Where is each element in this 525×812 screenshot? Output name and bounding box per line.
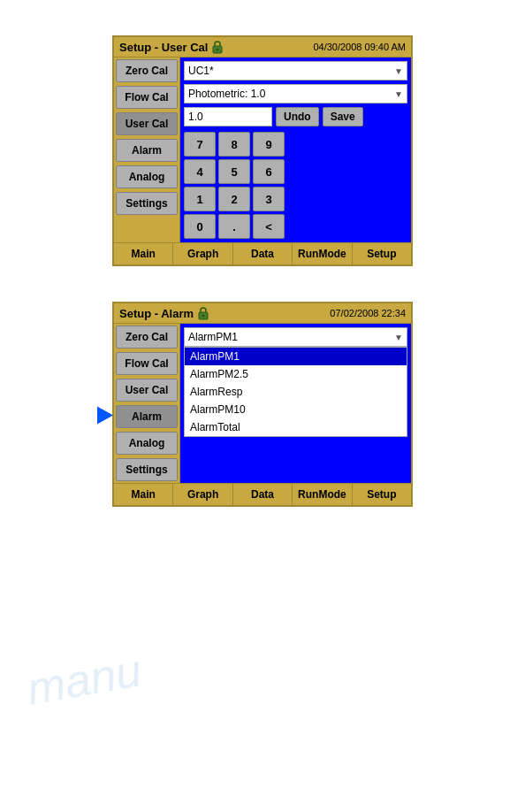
- watermark: manu: [23, 643, 146, 716]
- screen2-dropdown-item-2[interactable]: AlarmResp: [185, 383, 407, 401]
- num-backspace[interactable]: <: [253, 214, 285, 239]
- screen2-alarm-select[interactable]: AlarmPM1 ▼: [184, 327, 407, 347]
- nav-data[interactable]: Data: [233, 243, 293, 264]
- screen1-panel: Setup - User Cal 04/30/2008 09:40 AM Zer…: [112, 35, 413, 266]
- screen1-zero-cal-row: UC1* ▼: [184, 61, 407, 80]
- screen2-nav-bar: Main Graph Data RunMode Setup: [114, 483, 411, 505]
- screen1-flow-cal-select[interactable]: Photometric: 1.0 ▼: [184, 84, 407, 103]
- num-dot[interactable]: .: [218, 214, 250, 239]
- num-8[interactable]: 8: [218, 132, 250, 157]
- screen2-dropdown-item-1[interactable]: AlarmPM2.5: [185, 365, 407, 383]
- save-button[interactable]: Save: [323, 107, 363, 126]
- screen1-body: Zero Cal Flow Cal User Cal Alarm Analog …: [114, 57, 411, 242]
- sidebar-btn-analog[interactable]: Analog: [116, 165, 178, 188]
- screen1-user-cal-row: 1.0 Undo Save: [184, 107, 407, 126]
- screen2-panel: Setup - Alarm 07/02/2008 22:34 Zero Cal …: [112, 302, 413, 507]
- nav-main[interactable]: Main: [114, 243, 173, 264]
- screen2-dropdown-item-0[interactable]: AlarmPM1: [185, 348, 407, 365]
- screen2-body: Zero Cal Flow Cal User Cal Alarm Analog …: [114, 324, 411, 483]
- screen2-lock-icon: [197, 306, 209, 320]
- sidebar-btn-settings[interactable]: Settings: [116, 192, 178, 215]
- screen2-alarm-arrow: ▼: [394, 333, 403, 342]
- num-1[interactable]: 1: [184, 187, 216, 211]
- s2-sidebar-btn-analog[interactable]: Analog: [116, 432, 178, 455]
- screen1-zero-cal-value: UC1*: [188, 65, 214, 77]
- screen2-main: AlarmPM1 ▼ AlarmPM1 AlarmPM2.5 AlarmResp…: [180, 324, 411, 483]
- screen2-dropdown-item-3[interactable]: AlarmPM10: [185, 401, 407, 418]
- screen2-title-bar: Setup - Alarm 07/02/2008 22:34: [114, 303, 411, 324]
- screen2-title-text: Setup - Alarm: [119, 307, 194, 320]
- screen2-alarm-dropdown-list[interactable]: AlarmPM1 AlarmPM2.5 AlarmResp AlarmPM10 …: [184, 347, 407, 437]
- s2-nav-data[interactable]: Data: [233, 484, 293, 505]
- screen1-flow-cal-value: Photometric: 1.0: [188, 88, 265, 100]
- screen2-datetime: 07/02/2008 22:34: [330, 308, 406, 318]
- screen2-alarm-dropdown-container: AlarmPM1 ▼ AlarmPM1 AlarmPM2.5 AlarmResp…: [184, 327, 407, 437]
- screen1-title-bar: Setup - User Cal 04/30/2008 09:40 AM: [114, 37, 411, 57]
- num-3[interactable]: 3: [253, 187, 285, 211]
- s2-sidebar-btn-alarm[interactable]: Alarm: [116, 405, 178, 428]
- screen1-title-left: Setup - User Cal: [119, 40, 224, 54]
- screen2-dropdown-item-4[interactable]: AlarmTotal: [185, 418, 407, 436]
- screen1-zero-cal-arrow: ▼: [394, 66, 403, 76]
- screen1-flow-cal-row: Photometric: 1.0 ▼: [184, 84, 407, 103]
- sidebar-btn-zero-cal[interactable]: Zero Cal: [116, 59, 178, 82]
- s2-nav-main[interactable]: Main: [114, 484, 173, 505]
- screen2-sidebar: Zero Cal Flow Cal User Cal Alarm Analog …: [114, 324, 180, 483]
- screen1-zero-cal-select[interactable]: UC1* ▼: [184, 61, 407, 80]
- s2-nav-setup[interactable]: Setup: [353, 484, 411, 505]
- s2-sidebar-btn-zero-cal[interactable]: Zero Cal: [116, 326, 178, 349]
- nav-setup[interactable]: Setup: [353, 243, 411, 264]
- screen1-nav-bar: Main Graph Data RunMode Setup: [114, 242, 411, 264]
- num-0[interactable]: 0: [184, 214, 216, 239]
- nav-runmode[interactable]: RunMode: [293, 243, 352, 264]
- screen2-alarm-dropdown-row: AlarmPM1 ▼ AlarmPM1 AlarmPM2.5 AlarmResp…: [184, 327, 407, 437]
- svg-point-3: [202, 315, 205, 318]
- screen1-title-text: Setup - User Cal: [119, 41, 208, 54]
- s2-nav-runmode[interactable]: RunMode: [293, 484, 352, 505]
- num-9[interactable]: 9: [253, 132, 285, 157]
- alarm-arrow-indicator: [97, 407, 113, 427]
- nav-graph[interactable]: Graph: [173, 243, 232, 264]
- sidebar-btn-alarm[interactable]: Alarm: [116, 139, 178, 162]
- num-5[interactable]: 5: [218, 159, 250, 184]
- screen1-user-cal-input[interactable]: 1.0: [184, 107, 272, 126]
- lock-icon: [211, 40, 224, 54]
- screen2-alarm-selected: AlarmPM1: [188, 331, 238, 343]
- s2-sidebar-btn-flow-cal[interactable]: Flow Cal: [116, 352, 178, 375]
- num-4[interactable]: 4: [184, 159, 216, 184]
- screen2-title-left: Setup - Alarm: [119, 306, 209, 320]
- num-2[interactable]: 2: [218, 187, 250, 211]
- sidebar-btn-user-cal[interactable]: User Cal: [116, 112, 178, 135]
- svg-point-1: [217, 49, 219, 51]
- screen1-datetime: 04/30/2008 09:40 AM: [313, 42, 406, 52]
- app-container: Setup - User Cal 04/30/2008 09:40 AM Zer…: [112, 35, 413, 507]
- s2-nav-graph[interactable]: Graph: [173, 484, 232, 505]
- screen1-main: UC1* ▼ Photometric: 1.0 ▼ 1.0 U: [180, 57, 411, 242]
- s2-sidebar-btn-user-cal[interactable]: User Cal: [116, 379, 178, 402]
- screen1-sidebar: Zero Cal Flow Cal User Cal Alarm Analog …: [114, 57, 180, 242]
- num-6[interactable]: 6: [253, 159, 285, 184]
- num-7[interactable]: 7: [184, 132, 216, 157]
- s2-sidebar-btn-settings[interactable]: Settings: [116, 458, 178, 481]
- screen1-flow-cal-arrow: ▼: [394, 89, 403, 99]
- sidebar-btn-flow-cal[interactable]: Flow Cal: [116, 86, 178, 109]
- undo-button[interactable]: Undo: [276, 107, 319, 126]
- screen1-numpad: 7 8 9 4 5 6 1 2 3 0 . <: [184, 132, 407, 239]
